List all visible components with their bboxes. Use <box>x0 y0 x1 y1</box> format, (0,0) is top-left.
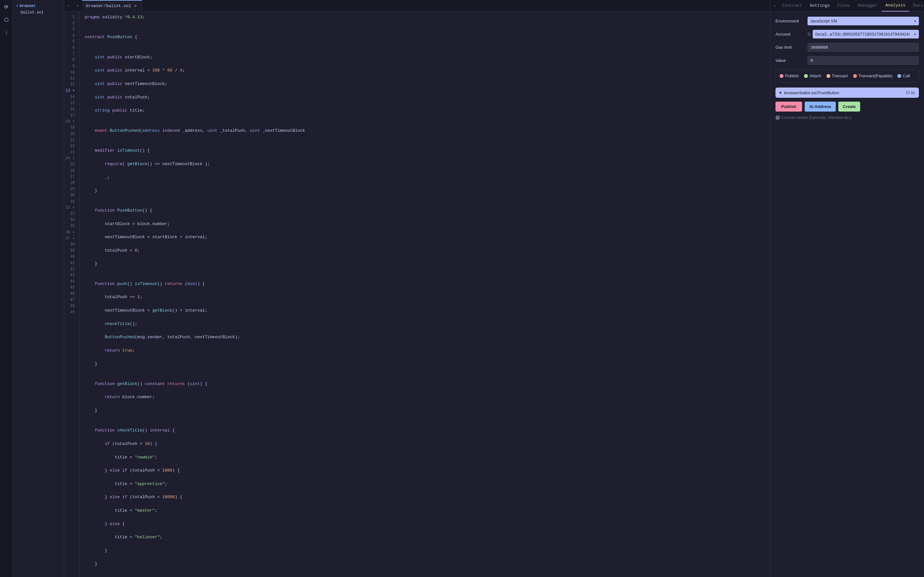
legend-call-label: Call <box>903 73 910 78</box>
ln-11: 11 <box>64 76 77 82</box>
ln-20: 20 <box>64 131 77 137</box>
tab-docs[interactable]: Docs <box>909 0 924 11</box>
tab-contract[interactable]: Contract <box>778 0 806 11</box>
ln-42: 42 <box>64 266 77 272</box>
ln-41: 41 <box>64 260 77 266</box>
ln-10: 10 <box>64 69 77 76</box>
ln-18: 18 ▾ <box>64 119 77 125</box>
ln-26: 26 <box>64 168 77 174</box>
value-row: Value <box>775 56 919 65</box>
copy-icon[interactable]: ⧉ <box>808 32 811 37</box>
ln-22: 22 <box>64 143 77 149</box>
tab-nav-plus[interactable]: + <box>73 0 82 11</box>
contract-details-link[interactable]: i Contract details (bytecode, interface … <box>775 115 919 120</box>
ln-4: 4 <box>64 33 77 39</box>
sidebar-icons: ⟳ ⬡ ⋮ <box>0 0 13 577</box>
ln-6: 6 <box>64 45 77 51</box>
refresh-icon[interactable]: ⟳ <box>2 3 11 11</box>
tab-bar: ‹ + browser/ballot.sol ✕ <box>64 0 770 11</box>
ln-31: 31 <box>64 199 77 205</box>
value-label: Value <box>775 58 808 63</box>
ln-48: 48 <box>64 303 77 309</box>
ln-34: 34 <box>64 217 77 223</box>
legend-area: Publish Attach Transact Transact(Payable… <box>775 69 919 82</box>
file-label: ballot.sol <box>21 10 44 15</box>
create-button[interactable]: Create <box>838 102 860 111</box>
right-nav-arrow[interactable]: › <box>772 3 778 8</box>
action-buttons: Publish At Address Create <box>775 102 919 111</box>
ln-8: 8 <box>64 57 77 63</box>
ln-15: 15 <box>64 100 77 106</box>
ln-19: 19 <box>64 125 77 131</box>
file-ballot-sol[interactable]: ballot.sol <box>13 9 64 16</box>
account-select-wrapper[interactable]: 0xca3...a733c (8901850771803170616147943… <box>813 30 919 39</box>
ln-25: 25 <box>64 162 77 168</box>
ln-7: 7 <box>64 51 77 57</box>
folder-browser[interactable]: ▾ browser <box>13 3 64 9</box>
dot-transact-payable <box>853 74 857 78</box>
environment-label: Environment <box>775 19 808 23</box>
ln-30: 30 <box>64 192 77 198</box>
contract-bar: ▾ browser/ballot.sol:PushButton 15 by <box>775 87 919 98</box>
line-numbers: 1 2 3 4 5 6 7 8 9 10 11 12 13 ▾ 14 15 16… <box>64 11 79 577</box>
environment-select[interactable]: JavaScript VM <box>808 17 919 25</box>
right-content: Environment JavaScript VM Account ⧉ 0xca… <box>771 11 924 577</box>
ethereum-icon[interactable]: ⬡ <box>2 15 11 24</box>
right-nav: › Contract Settings Files Debugger Analy… <box>771 0 924 11</box>
ln-3: 3 <box>64 26 77 32</box>
account-label: Account <box>775 32 808 37</box>
legend-attach: Attach <box>804 73 821 78</box>
ln-23: 23 <box>64 149 77 155</box>
ln-37: 37 ▾ <box>64 235 77 242</box>
ln-1: 1 <box>64 14 77 20</box>
environment-select-wrapper[interactable]: JavaScript VM <box>808 17 919 25</box>
legend-publish-label: Publish <box>785 73 799 78</box>
legend-call: Call <box>897 73 910 78</box>
legend-transact: Transact <box>827 73 848 78</box>
ln-39: 39 <box>64 248 77 254</box>
ln-38: 38 <box>64 242 77 248</box>
code-content[interactable]: pragma solidity ^0.4.13; contract PushBu… <box>79 11 770 577</box>
tab-settings[interactable]: Settings <box>806 0 834 11</box>
tab-debugger[interactable]: Debugger <box>854 0 881 11</box>
legend-transact-label: Transact <box>832 73 848 78</box>
tab-files[interactable]: Files <box>834 0 854 11</box>
gas-limit-input[interactable] <box>808 43 919 52</box>
ln-49: 49 <box>64 309 77 316</box>
code-editor[interactable]: 1 2 3 4 5 6 7 8 9 10 11 12 13 ▾ 14 15 16… <box>64 11 770 577</box>
account-value-row: ⧉ 0xca3...a733c (89018507718031706161479… <box>808 30 919 39</box>
contract-bar-left: ▾ browser/ballot.sol:PushButton <box>779 90 839 95</box>
ln-47: 47 <box>64 297 77 303</box>
ln-5: 5 <box>64 39 77 45</box>
contract-bar-arrow[interactable]: ▾ <box>779 90 782 95</box>
contract-bar-name: browser/ballot.sol:PushButton <box>784 90 839 95</box>
ln-44: 44 <box>64 279 77 285</box>
ln-28: 28 <box>64 180 77 186</box>
ln-43: 43 <box>64 272 77 279</box>
at-address-button[interactable]: At Address <box>804 102 836 111</box>
contract-bar-meta: 15 by <box>906 90 915 95</box>
ln-13: 13 ▾ <box>64 88 77 94</box>
account-select[interactable]: 0xca3...a733c (8901850771803170616147943… <box>813 30 919 39</box>
contract-details-label: Contract details (bytecode, interface et… <box>781 115 851 120</box>
legend-row: Publish Attach Transact Transact(Payable… <box>780 73 915 78</box>
legend-transact-payable: Transact(Payable) <box>853 73 893 78</box>
menu-icon[interactable]: ⋮ <box>2 28 11 37</box>
ln-17: 17 <box>64 113 77 119</box>
tab-analysis[interactable]: Analysis <box>882 0 909 11</box>
ln-46: 46 <box>64 291 77 297</box>
main-content: ‹ + browser/ballot.sol ✕ 1 2 3 4 5 6 7 8… <box>64 0 770 577</box>
file-tree: ▾ browser ballot.sol <box>13 0 64 577</box>
tab-close-icon[interactable]: ✕ <box>133 3 138 9</box>
right-panel: › Contract Settings Files Debugger Analy… <box>770 0 924 577</box>
folder-icon: ▾ <box>16 3 18 8</box>
tab-nav-left[interactable]: ‹ <box>64 0 73 11</box>
publish-button[interactable]: Publish <box>775 102 802 111</box>
tab-ballot-sol[interactable]: browser/ballot.sol ✕ <box>82 0 142 11</box>
info-icon: i <box>775 115 780 120</box>
ln-36: 36 ▾ <box>64 229 77 235</box>
ln-12: 12 <box>64 82 77 88</box>
ln-45: 45 <box>64 285 77 291</box>
value-input[interactable] <box>808 56 919 65</box>
ln-33: 33 <box>64 211 77 217</box>
